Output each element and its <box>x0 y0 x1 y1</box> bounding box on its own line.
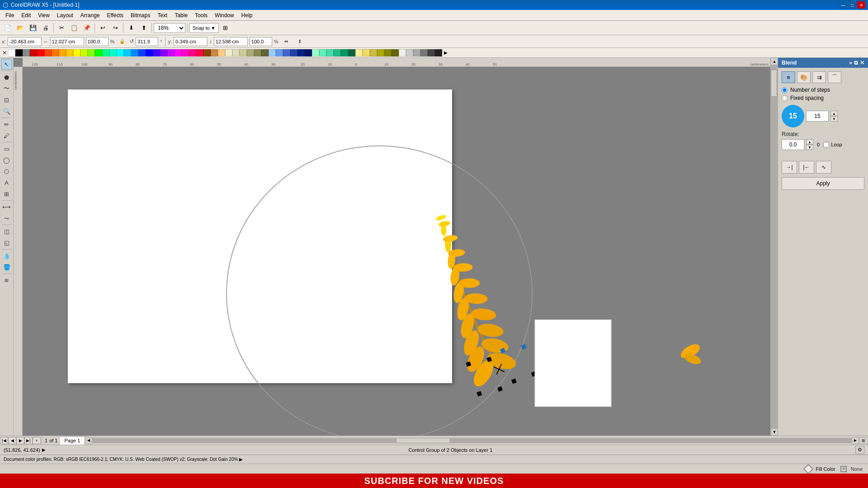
rectangle-tool[interactable]: ▭ <box>1 143 12 154</box>
close-button[interactable]: ✕ <box>857 1 865 9</box>
swatch-light-tan[interactable] <box>232 49 240 56</box>
menu-effects[interactable]: Effects <box>104 11 127 19</box>
print-button[interactable]: 🖨 <box>40 23 52 33</box>
swatch-blue[interactable] <box>138 49 146 56</box>
swatch-cornflower[interactable] <box>283 49 290 56</box>
swatch-cyan-green[interactable] <box>109 49 117 56</box>
prev-page-button[interactable]: ◀ <box>8 437 16 444</box>
swatch-olive-light[interactable] <box>247 49 254 56</box>
interactive-blend-tool[interactable]: ≋ <box>1 275 12 286</box>
swatch-mint[interactable] <box>312 49 319 56</box>
redo-button[interactable]: ↪ <box>109 23 121 33</box>
swatch-red-dark[interactable] <box>30 49 37 56</box>
menu-window[interactable]: Window <box>211 11 238 19</box>
swatch-cream[interactable] <box>225 49 232 56</box>
parallel-dim-tool[interactable]: ⟷ <box>1 202 12 212</box>
blend-panel-expand-icon[interactable]: » <box>849 60 852 66</box>
swatch-magenta-purple[interactable] <box>167 49 175 56</box>
drop-shadow-tool[interactable]: ◫ <box>1 226 12 237</box>
swatch-olive[interactable] <box>254 49 261 56</box>
undo-button[interactable]: ↩ <box>97 23 108 33</box>
select-tool[interactable]: ↖ <box>1 59 12 70</box>
menu-arrange[interactable]: Arrange <box>77 11 104 19</box>
swatch-navy[interactable] <box>297 49 305 56</box>
blend-object-steps-button[interactable]: ≡ <box>782 71 795 83</box>
open-button[interactable]: 📂 <box>14 23 26 33</box>
zoom-tool[interactable]: 🔍 <box>1 106 12 117</box>
menu-table[interactable]: Table <box>171 11 191 19</box>
scroll-down-button[interactable]: ▼ <box>771 428 778 436</box>
swatch-peach[interactable] <box>218 49 225 56</box>
menu-view[interactable]: View <box>34 11 53 19</box>
swatch-gold[interactable] <box>370 49 377 56</box>
more-colors-arrow[interactable]: ▶ <box>444 50 448 55</box>
minimize-button[interactable]: — <box>839 1 847 9</box>
snap-options-button[interactable]: ⊞ <box>220 23 231 33</box>
scroll-left-button[interactable]: ◀ <box>85 437 92 444</box>
steps-down-arrow[interactable]: ▼ <box>830 116 838 122</box>
menu-bitmaps[interactable]: Bitmaps <box>127 11 154 19</box>
swatch-yellow[interactable] <box>73 49 80 56</box>
save-button[interactable]: 💾 <box>27 23 39 33</box>
rotate-input[interactable] <box>782 139 804 150</box>
swatch-yellow-green[interactable] <box>80 49 88 56</box>
blend-start-button[interactable]: →| <box>782 161 797 174</box>
swatch-violet[interactable] <box>153 49 160 56</box>
menu-layout[interactable]: Layout <box>53 11 77 19</box>
height-input[interactable] <box>214 37 248 46</box>
angle-input[interactable] <box>136 37 158 46</box>
swatch-dark-navy[interactable] <box>305 49 312 56</box>
copy-button[interactable]: 📋 <box>68 23 80 33</box>
swatch-orange[interactable] <box>52 49 59 56</box>
export-button[interactable]: ⬆ <box>138 23 150 33</box>
swatch-yellow-dark[interactable] <box>377 49 384 56</box>
swatch-pale-yellow[interactable] <box>355 49 363 56</box>
cut-button[interactable]: ✂ <box>56 23 67 33</box>
swatch-cyan[interactable] <box>117 49 124 56</box>
menu-help[interactable]: Help <box>238 11 256 19</box>
swatch-green-cyan[interactable] <box>102 49 109 56</box>
swatch-green[interactable] <box>95 49 102 56</box>
swatch-tan[interactable] <box>211 49 218 56</box>
swatch-red[interactable] <box>37 49 44 56</box>
steps-circle-button[interactable]: 15 <box>782 105 804 127</box>
swatch-dark-yellow[interactable] <box>384 49 392 56</box>
smart-draw-tool[interactable]: 🖊 <box>1 130 12 141</box>
swatch-lime[interactable] <box>88 49 95 56</box>
paste-button[interactable]: 📌 <box>81 23 93 33</box>
swatch-gold-light[interactable] <box>363 49 370 56</box>
swatch-magenta[interactable] <box>175 49 182 56</box>
scroll-thumb[interactable] <box>771 70 777 97</box>
w-percent-input[interactable] <box>86 37 108 46</box>
swatch-amber[interactable] <box>59 49 66 56</box>
swatch-hot-pink[interactable] <box>189 49 196 56</box>
text-tool[interactable]: A <box>1 177 12 188</box>
blend-path-action-button[interactable]: ∿ <box>816 161 831 174</box>
menu-text[interactable]: Text <box>154 11 171 19</box>
no-fill-swatch[interactable]: ✕ <box>1 49 8 56</box>
h-percent-input[interactable] <box>250 37 272 46</box>
new-button[interactable]: 📄 <box>2 23 14 33</box>
fill-tool[interactable]: 🪣 <box>1 262 12 272</box>
swatch-sky[interactable] <box>124 49 131 56</box>
snap-to-button[interactable]: Snap to ▼ <box>189 23 219 33</box>
swatch-khaki[interactable] <box>240 49 247 56</box>
last-page-button[interactable]: ▶| <box>24 437 33 444</box>
menu-tools[interactable]: Tools <box>191 11 211 19</box>
status-options-button[interactable]: ⚙ <box>855 446 864 454</box>
polygon-tool[interactable]: ⬡ <box>1 166 12 177</box>
steps-input[interactable] <box>806 111 829 122</box>
swatch-dark-green[interactable] <box>348 49 355 56</box>
swatch-black[interactable] <box>15 49 23 56</box>
crop-tool[interactable]: ⊡ <box>1 94 12 105</box>
y-input[interactable] <box>174 37 208 46</box>
scroll-right-button[interactable]: ▶ <box>852 437 859 444</box>
x-input[interactable] <box>8 37 42 46</box>
swatch-emerald-light[interactable] <box>334 49 341 56</box>
mirror-v-button[interactable]: ⇕ <box>294 36 306 47</box>
zoom-fit-button[interactable]: ⊞ <box>859 437 868 444</box>
menu-edit[interactable]: Edit <box>18 11 34 19</box>
blend-panel-close-icon[interactable]: ✕ <box>860 60 864 66</box>
blend-object-acceleration-button[interactable]: ⇉ <box>812 71 826 83</box>
mirror-h-button[interactable]: ⇔ <box>280 36 292 47</box>
